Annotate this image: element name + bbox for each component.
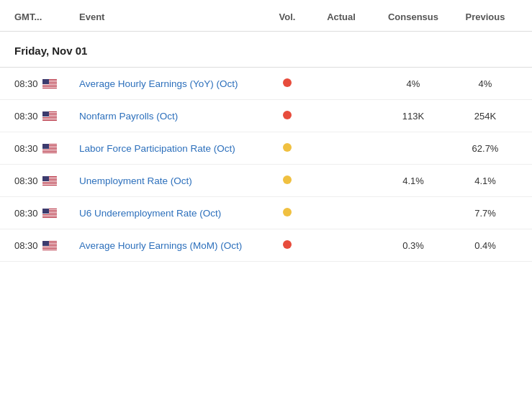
time-value: 08:30 [14, 175, 38, 186]
cell-time: 08:30 [14, 111, 79, 122]
cell-event[interactable]: Labor Force Participation Rate (Oct) [79, 142, 266, 154]
flag-us-icon [42, 176, 57, 186]
rows-container: 08:30 Average Hourly Earnings (YoY) (Oct… [0, 68, 532, 262]
cell-time: 08:30 [14, 143, 79, 154]
economic-calendar-table: GMT... Event Vol. Actual Consensus Previ… [0, 0, 532, 262]
cell-previous: 7.7% [453, 208, 518, 219]
event-link[interactable]: Average Hourly Earnings (YoY) (Oct) [79, 78, 238, 89]
cell-vol [266, 175, 309, 186]
col-event: Event [79, 12, 266, 22]
cell-event[interactable]: Average Hourly Earnings (YoY) (Oct) [79, 78, 266, 89]
cell-previous: 62.7% [453, 143, 518, 154]
cell-event[interactable]: Nonfarm Payrolls (Oct) [79, 110, 266, 122]
cell-time: 08:30 [14, 240, 79, 251]
cell-time: 08:30 [14, 78, 79, 89]
flag-us-icon [42, 111, 57, 121]
col-gmt: GMT... [14, 12, 79, 22]
col-consensus: Consensus [374, 12, 453, 22]
cell-time: 08:30 [14, 175, 79, 186]
section-title: Friday, Nov 01 [14, 45, 87, 57]
cell-event[interactable]: U6 Underemployment Rate (Oct) [79, 207, 266, 219]
vol-dot-icon [283, 208, 292, 216]
col-vol: Vol. [266, 12, 309, 22]
event-link[interactable]: Unemployment Rate (Oct) [79, 175, 192, 186]
table-row: 08:30 Nonfarm Payrolls (Oct) 113K 254K [0, 100, 532, 132]
cell-event[interactable]: Average Hourly Earnings (MoM) (Oct) [79, 239, 266, 251]
cell-event[interactable]: Unemployment Rate (Oct) [79, 175, 266, 186]
col-previous: Previous [453, 12, 518, 22]
cell-consensus: 0.3% [374, 240, 453, 251]
cell-vol [266, 239, 309, 251]
vol-dot-icon [283, 240, 292, 249]
cell-consensus: 4.1% [374, 175, 453, 186]
vol-dot-icon [283, 175, 292, 184]
time-value: 08:30 [14, 111, 38, 122]
table-row: 08:30 Average Hourly Earnings (MoM) (Oct… [0, 229, 532, 262]
event-link[interactable]: Labor Force Participation Rate (Oct) [79, 143, 235, 154]
cell-previous: 0.4% [453, 240, 518, 251]
table-header-row: GMT... Event Vol. Actual Consensus Previ… [0, 0, 532, 32]
cell-vol [266, 207, 309, 219]
cell-vol [266, 78, 309, 89]
time-value: 08:30 [14, 78, 38, 89]
flag-us-icon [42, 144, 57, 153]
cell-previous: 4.1% [453, 175, 518, 186]
flag-us-icon [42, 241, 57, 250]
section-header: Friday, Nov 01 [0, 32, 532, 68]
time-value: 08:30 [14, 240, 38, 251]
event-link[interactable]: Average Hourly Earnings (MoM) (Oct) [79, 240, 242, 251]
cell-consensus: 113K [374, 111, 453, 122]
event-link[interactable]: Nonfarm Payrolls (Oct) [79, 111, 178, 122]
table-row: 08:30 Unemployment Rate (Oct) 4.1% 4.1% [0, 165, 532, 197]
cell-vol [266, 110, 309, 122]
cell-time: 08:30 [14, 208, 79, 219]
cell-previous: 254K [453, 111, 518, 122]
cell-vol [266, 142, 309, 154]
vol-dot-icon [283, 143, 292, 152]
table-row: 08:30 U6 Underemployment Rate (Oct) 7.7% [0, 197, 532, 229]
cell-previous: 4% [453, 78, 518, 89]
time-value: 08:30 [14, 143, 38, 154]
flag-us-icon [42, 79, 57, 88]
flag-us-icon [42, 209, 57, 218]
col-actual: Actual [309, 12, 374, 22]
event-link[interactable]: U6 Underemployment Rate (Oct) [79, 208, 221, 219]
table-row: 08:30 Average Hourly Earnings (YoY) (Oct… [0, 68, 532, 100]
table-row: 08:30 Labor Force Participation Rate (Oc… [0, 132, 532, 165]
cell-consensus: 4% [374, 78, 453, 89]
vol-dot-icon [283, 78, 292, 87]
vol-dot-icon [283, 111, 292, 119]
time-value: 08:30 [14, 208, 38, 219]
